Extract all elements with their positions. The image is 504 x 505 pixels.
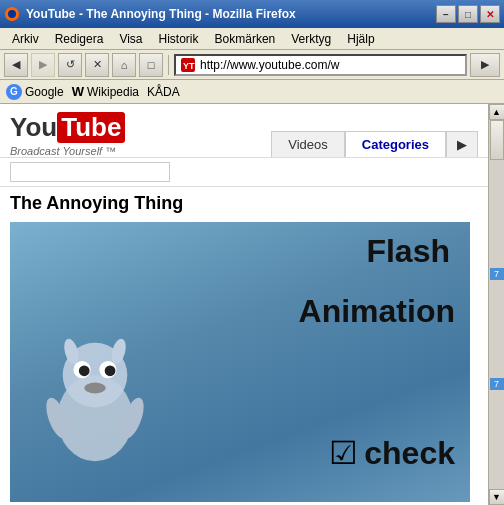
youtube-header: You Tube Broadcast Yourself ™ Videos Cat… — [0, 104, 488, 158]
kada-label: KÅDA — [147, 85, 180, 99]
menu-verktyg[interactable]: Verktyg — [283, 30, 339, 48]
minimize-button[interactable]: − — [436, 5, 456, 23]
search-input[interactable] — [10, 162, 170, 182]
video-content: Flash Animation ☑ check — [10, 222, 470, 502]
address-bar[interactable]: YT http://www.youtube.com/w — [174, 54, 467, 76]
menu-historik[interactable]: Historik — [151, 30, 207, 48]
google-label: Google — [25, 85, 64, 99]
scroll-track[interactable]: 7 7 — [489, 120, 505, 489]
bookmark-wikipedia[interactable]: W Wikipedia — [72, 84, 139, 99]
site-favicon: YT — [180, 57, 196, 73]
nav-bar: ◀ ▶ ↺ ✕ ⌂ □ YT http://www.youtube.com/w … — [0, 50, 504, 80]
restore-button[interactable]: □ — [458, 5, 478, 23]
wikipedia-icon: W — [72, 84, 84, 99]
check-symbol: ☑ — [329, 434, 358, 472]
screenshot-icon: □ — [148, 59, 155, 71]
stop-button[interactable]: ✕ — [85, 53, 109, 77]
firefox-icon — [4, 6, 20, 22]
scroll-thumb[interactable] — [490, 120, 504, 160]
title-bar: YouTube - The Annoying Thing - Mozilla F… — [0, 0, 504, 28]
menu-visa[interactable]: Visa — [111, 30, 150, 48]
svg-point-1 — [8, 10, 16, 18]
menu-hjalp[interactable]: Hjälp — [339, 30, 382, 48]
video-title: The Annoying Thing — [10, 193, 478, 214]
window-controls: − □ ✕ — [436, 5, 500, 23]
scroll-down-button[interactable]: ▼ — [489, 489, 505, 505]
address-text: http://www.youtube.com/w — [200, 58, 461, 72]
bookmark-google[interactable]: G Google — [6, 84, 64, 100]
back-icon: ◀ — [12, 58, 20, 71]
menu-bokmarken[interactable]: Bokmärken — [207, 30, 284, 48]
svg-point-9 — [105, 365, 116, 376]
creature-svg — [30, 332, 160, 472]
scroll-marker-1: 7 — [490, 268, 504, 280]
reload-button[interactable]: ↺ — [58, 53, 82, 77]
menu-arkiv[interactable]: Arkiv — [4, 30, 47, 48]
youtube-logo[interactable]: You Tube — [10, 112, 125, 143]
right-scrollbar: ▲ 7 7 ▼ — [488, 104, 504, 505]
logo-tube: Tube — [57, 112, 125, 143]
page-area: You Tube Broadcast Yourself ™ Videos Cat… — [0, 104, 488, 505]
animation-text: Animation — [299, 292, 455, 330]
scroll-up-button[interactable]: ▲ — [489, 104, 505, 120]
google-icon: G — [6, 84, 22, 100]
browser-content: You Tube Broadcast Yourself ™ Videos Cat… — [0, 104, 504, 505]
svg-point-8 — [79, 365, 90, 376]
svg-point-10 — [84, 383, 106, 394]
bookmarks-bar: G Google W Wikipedia KÅDA — [0, 80, 504, 104]
nav-separator — [168, 55, 169, 75]
stop-icon: ✕ — [93, 58, 102, 71]
home-icon: ⌂ — [121, 59, 128, 71]
menu-redigera[interactable]: Redigera — [47, 30, 112, 48]
svg-text:YT: YT — [183, 61, 195, 71]
forward-icon: ▶ — [39, 58, 47, 71]
menu-bar: Arkiv Redigera Visa Historik Bokmärken V… — [0, 28, 504, 50]
home-button[interactable]: ⌂ — [112, 53, 136, 77]
youtube-nav-tabs: Videos Categories ▶ — [271, 131, 478, 157]
screenshot-button[interactable]: □ — [139, 53, 163, 77]
back-button[interactable]: ◀ — [4, 53, 28, 77]
youtube-logo-area: You Tube Broadcast Yourself ™ — [10, 112, 125, 157]
go-icon: ▶ — [481, 58, 489, 71]
window-title: YouTube - The Annoying Thing - Mozilla F… — [26, 7, 436, 21]
broadcast-tagline: Broadcast Yourself ™ — [10, 145, 125, 157]
forward-button[interactable]: ▶ — [31, 53, 55, 77]
go-button[interactable]: ▶ — [470, 53, 500, 77]
tab-categories[interactable]: Categories — [345, 131, 446, 157]
logo-you: You — [10, 112, 57, 143]
close-button[interactable]: ✕ — [480, 5, 500, 23]
bookmark-kada[interactable]: KÅDA — [147, 85, 180, 99]
tab-more[interactable]: ▶ — [446, 131, 478, 157]
video-frame[interactable]: Flash Animation ☑ check — [10, 222, 470, 502]
search-bar — [0, 158, 488, 187]
reload-icon: ↺ — [66, 58, 75, 71]
wikipedia-label: Wikipedia — [87, 85, 139, 99]
tab-videos[interactable]: Videos — [271, 131, 345, 157]
scroll-marker-2: 7 — [490, 378, 504, 390]
check-area: ☑ check — [329, 434, 455, 472]
check-label: check — [364, 435, 455, 472]
video-section: The Annoying Thing — [0, 187, 488, 505]
flash-text: Flash — [366, 232, 450, 270]
